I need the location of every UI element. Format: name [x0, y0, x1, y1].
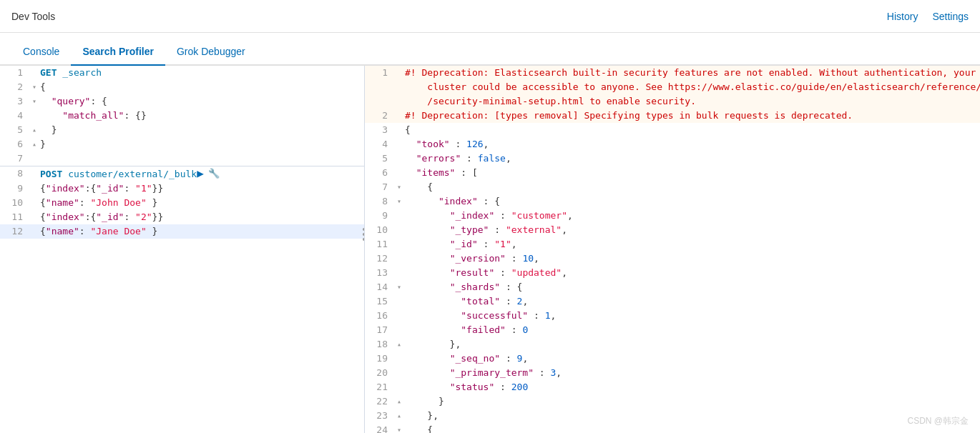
table-row[interactable]: 6▴} — [0, 137, 364, 151]
line-number: 23 — [365, 409, 393, 423]
table-row[interactable]: 12{"name": "Jane Doe" } — [0, 224, 364, 239]
table-row[interactable]: 1GET _search — [0, 66, 364, 80]
line-number: 16 — [365, 309, 393, 323]
top-bar-actions: History Settings — [887, 11, 969, 22]
table-row: 11 "_id" : "1", — [365, 237, 980, 252]
line-number: 6 — [365, 166, 393, 180]
line-number: 15 — [365, 294, 393, 309]
line-number: 18 — [365, 337, 393, 352]
line-number: 4 — [365, 137, 393, 151]
fold-gutter[interactable]: ▾ — [393, 180, 405, 194]
line-content: #! Deprecation: [types removal] Specifyi… — [405, 109, 980, 123]
line-number: 24 — [365, 423, 393, 433]
line-number: 17 — [365, 323, 393, 337]
line-content: }, — [405, 337, 980, 352]
line-number: 2 — [0, 80, 29, 94]
line-content: "took" : 126, — [405, 137, 980, 151]
line-content: "_seq_no" : 9, — [405, 352, 980, 366]
table-row: 15 "total" : 2, — [365, 294, 980, 309]
line-content: GET _search — [40, 66, 364, 80]
line-content: "match_all": {} — [40, 109, 364, 123]
line-content: {"index":{"_id": "1"}} — [40, 181, 364, 196]
tab-grok-debugger[interactable]: Grok Debugger — [165, 39, 257, 66]
fold-gutter[interactable]: ▴ — [393, 394, 405, 409]
fold-gutter[interactable]: ▾ — [29, 80, 40, 94]
line-content: "status" : 200 — [405, 380, 980, 394]
fold-gutter[interactable]: ▾ — [29, 94, 40, 109]
fold-gutter[interactable]: ▾ — [393, 280, 405, 294]
table-row: 19 "_seq_no" : 9, — [365, 352, 980, 366]
fold-gutter[interactable]: ▾ — [393, 194, 405, 209]
fold-gutter[interactable]: ▴ — [29, 137, 40, 151]
table-row[interactable]: 5▴ } — [0, 123, 364, 137]
table-row[interactable]: 10{"name": "John Doe" } — [0, 196, 364, 210]
fold-gutter[interactable]: ▴ — [29, 123, 40, 137]
line-number: 21 — [365, 380, 393, 394]
line-content: "_type" : "external", — [405, 223, 980, 237]
table-row[interactable]: 9{"index":{"_id": "1"}} — [0, 181, 364, 196]
line-number: 7 — [0, 151, 29, 166]
table-row: 13 "result" : "updated", — [365, 266, 980, 280]
fold-gutter[interactable]: ▴ — [393, 337, 405, 352]
line-number: 5 — [0, 123, 29, 137]
line-number: 2 — [365, 109, 393, 123]
main-content: 1GET _search2▾{3▾ "query": {4 "match_all… — [0, 66, 980, 433]
line-content: "_shards" : { — [405, 280, 980, 294]
line-number: 19 — [365, 352, 393, 366]
table-row[interactable]: 2▾{ — [0, 80, 364, 94]
line-content: cluster could be accessible to anyone. S… — [405, 80, 980, 94]
fold-gutter[interactable]: ▴ — [393, 409, 405, 423]
line-number: 3 — [365, 123, 393, 137]
table-row[interactable]: 7 — [0, 151, 364, 166]
line-number: 1 — [0, 66, 29, 80]
fold-gutter[interactable]: ▾ — [393, 423, 405, 433]
line-content: "errors" : false, — [405, 151, 980, 166]
tab-console[interactable]: Console — [11, 39, 71, 66]
right-code-area[interactable]: 1#! Deprecation: Elasticsearch built-in … — [365, 66, 980, 433]
line-number: 12 — [365, 252, 393, 266]
line-number: 1 — [365, 66, 393, 80]
table-row: 6 "items" : [ — [365, 166, 980, 180]
line-content: { — [405, 123, 980, 137]
table-row: 12 "_version" : 10, — [365, 252, 980, 266]
table-row[interactable]: 8POST customer/external/_bulk▶🔧 — [0, 166, 364, 181]
line-number: 13 — [365, 266, 393, 280]
line-number: 10 — [365, 223, 393, 237]
table-row: /security-minimal-setup.html to enable s… — [365, 94, 980, 109]
line-number: 12 — [0, 224, 29, 239]
line-number: 8 — [365, 194, 393, 209]
table-row[interactable]: 11{"index":{"_id": "2"}} — [0, 210, 364, 224]
history-link[interactable]: History — [887, 11, 918, 22]
table-row: 7▾ { — [365, 180, 980, 194]
top-bar: Dev Tools History Settings — [0, 0, 980, 33]
line-number: 11 — [365, 237, 393, 252]
line-content: "_primary_term" : 3, — [405, 366, 980, 380]
table-row: 24▾ { — [365, 423, 980, 433]
line-content: {"name": "Jane Doe" } — [40, 224, 364, 239]
line-content: "successful" : 1, — [405, 309, 980, 323]
line-content: #! Deprecation: Elasticsearch built-in s… — [405, 66, 980, 80]
settings-link[interactable]: Settings — [932, 11, 969, 22]
line-content: "total" : 2, — [405, 294, 980, 309]
table-row[interactable]: 4 "match_all": {} — [0, 109, 364, 123]
table-row: 8▾ "index" : { — [365, 194, 980, 209]
line-number: 20 — [365, 366, 393, 380]
table-row: 16 "successful" : 1, — [365, 309, 980, 323]
left-code-area[interactable]: 1GET _search2▾{3▾ "query": {4 "match_all… — [0, 66, 364, 433]
line-content: "_id" : "1", — [405, 237, 980, 252]
request-toolbar: ▶🔧 — [197, 166, 220, 181]
line-content: "index" : { — [405, 194, 980, 209]
line-content: POST customer/external/_bulk▶🔧 — [40, 166, 364, 181]
table-row[interactable]: 3▾ "query": { — [0, 94, 364, 109]
table-row: 5 "errors" : false, — [365, 151, 980, 166]
line-content: {"index":{"_id": "2"}} — [40, 210, 364, 224]
line-content: "failed" : 0 — [405, 323, 980, 337]
table-row: 23▴ }, — [365, 409, 980, 423]
tab-search-profiler[interactable]: Search Profiler — [71, 39, 165, 66]
panel-resize-handle[interactable] — [357, 228, 365, 241]
line-content: {"name": "John Doe" } — [40, 196, 364, 210]
run-button[interactable]: ▶ — [197, 166, 204, 181]
line-content: { — [405, 423, 980, 433]
tools-button[interactable]: 🔧 — [208, 166, 220, 181]
line-content: { — [405, 180, 980, 194]
